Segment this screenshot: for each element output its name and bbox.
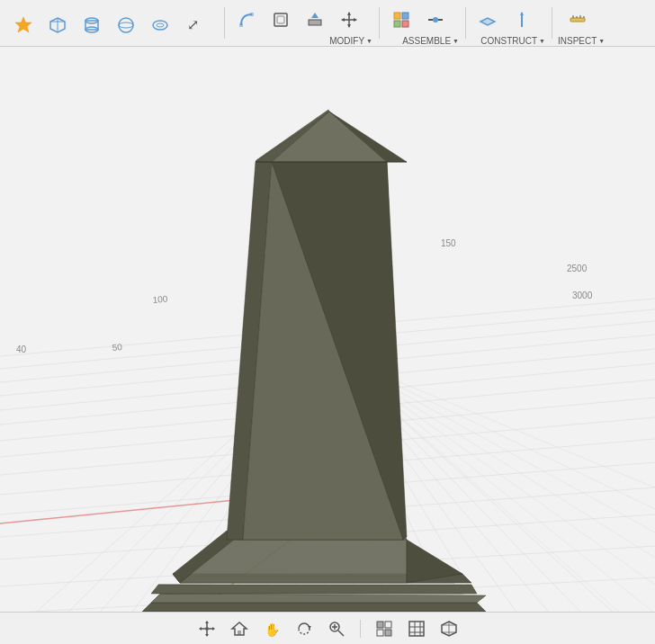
press-pull-icon [305, 10, 325, 30]
inspect-dropdown-arrow: ▼ [598, 38, 605, 44]
star-icon [13, 15, 33, 35]
modify-group: MODIFY ▼ [227, 0, 376, 46]
svg-marker-21 [347, 24, 351, 28]
assemble-group: ASSEMBLE ▼ [381, 0, 462, 46]
svg-rect-24 [394, 13, 400, 19]
press-pull-button[interactable] [299, 4, 331, 36]
svg-rect-127 [377, 630, 383, 636]
3d-viewport[interactable]: 50 100 150 2500 3000 40 [0, 47, 655, 644]
svg-marker-93 [151, 585, 477, 594]
plane-button[interactable] [471, 4, 504, 36]
box-tool-button[interactable] [41, 9, 74, 41]
joint-button[interactable] [419, 4, 452, 36]
torus-tool-button[interactable] [144, 9, 176, 41]
svg-text:2500: 2500 [567, 264, 588, 273]
measure-button[interactable] [561, 4, 594, 36]
svg-point-28 [433, 17, 438, 22]
svg-rect-34 [570, 18, 585, 22]
svg-marker-116 [212, 627, 215, 631]
viewport-canvas: 50 100 150 2500 3000 40 [0, 47, 655, 644]
svg-text:100: 100 [152, 294, 168, 305]
svg-marker-89 [142, 603, 486, 612]
status-bar: ✋ [0, 612, 655, 644]
move-tool-button[interactable]: ⤢ [178, 9, 211, 41]
svg-rect-16 [309, 20, 321, 25]
svg-text:40: 40 [16, 344, 27, 354]
svg-point-108 [205, 627, 209, 631]
pivot-tool-button[interactable] [194, 616, 220, 641]
svg-marker-0 [15, 17, 31, 32]
pan-button[interactable]: ✋ [259, 616, 284, 641]
svg-point-10 [157, 23, 164, 27]
shell-button[interactable] [265, 4, 297, 36]
svg-rect-129 [409, 622, 424, 636]
view-cube-button[interactable] [436, 616, 462, 641]
svg-rect-125 [377, 622, 383, 628]
construct-dropdown-arrow: ▼ [539, 38, 545, 44]
measure-icon [568, 10, 588, 30]
orbit-button[interactable] [292, 616, 317, 641]
assemble-icon [391, 10, 411, 30]
sphere-icon [116, 15, 136, 35]
svg-rect-15 [277, 16, 284, 23]
fillet-icon [237, 10, 256, 30]
svg-rect-26 [394, 21, 400, 27]
svg-marker-115 [199, 627, 202, 631]
svg-marker-113 [205, 621, 209, 623]
svg-text:150: 150 [441, 238, 456, 248]
move-icon [339, 10, 359, 30]
home-view-button[interactable] [227, 616, 252, 641]
box-icon [48, 15, 67, 35]
svg-point-7 [119, 18, 133, 32]
grid-toggle-button[interactable] [404, 616, 429, 641]
assemble-button[interactable] [385, 4, 417, 36]
svg-rect-13 [250, 13, 254, 16]
joint-icon [426, 10, 445, 30]
svg-marker-23 [354, 18, 357, 22]
construct-group: CONSTRUCT ▼ [468, 0, 549, 46]
display-mode-button[interactable] [372, 616, 397, 641]
svg-text:⤢: ⤢ [187, 17, 199, 32]
modify-dropdown-arrow: ▼ [366, 38, 372, 44]
svg-rect-128 [385, 630, 391, 636]
svg-marker-114 [205, 634, 209, 637]
svg-marker-33 [520, 12, 524, 15]
svg-marker-91 [151, 594, 486, 603]
shell-icon [271, 10, 291, 30]
cylinder-icon [82, 15, 102, 35]
statusbar-separator [360, 620, 361, 638]
svg-point-8 [119, 22, 133, 28]
star-tool-button[interactable] [7, 9, 40, 41]
sphere-tool-button[interactable] [110, 9, 142, 41]
svg-text:3000: 3000 [572, 291, 593, 300]
torus-icon [150, 15, 170, 35]
svg-rect-12 [239, 23, 243, 27]
svg-rect-25 [402, 13, 408, 19]
fillet-button[interactable] [230, 4, 263, 36]
zoom-button[interactable] [324, 616, 349, 641]
svg-marker-20 [347, 12, 351, 15]
svg-rect-126 [385, 622, 391, 628]
cylinder-tool-button[interactable] [76, 9, 108, 41]
svg-rect-118 [238, 631, 241, 635]
svg-text:✋: ✋ [265, 622, 281, 638]
svg-rect-27 [402, 21, 408, 27]
svg-marker-22 [341, 18, 345, 22]
main-toolbar: ⤢ [0, 0, 655, 47]
axis-button[interactable] [506, 4, 538, 36]
assemble-dropdown-arrow: ▼ [453, 38, 459, 44]
svg-marker-120 [308, 626, 311, 629]
inspect-group: INSPECT ▼ [554, 0, 608, 46]
move-button[interactable] [333, 4, 365, 36]
move-arrows-icon: ⤢ [184, 15, 204, 35]
svg-text:50: 50 [112, 342, 122, 353]
svg-rect-14 [274, 13, 287, 26]
create-tools-group: ⤢ [4, 0, 221, 46]
svg-line-122 [338, 631, 344, 636]
svg-marker-31 [480, 18, 495, 25]
plane-icon [478, 10, 498, 30]
axis-icon [512, 10, 532, 30]
svg-marker-17 [311, 13, 319, 18]
